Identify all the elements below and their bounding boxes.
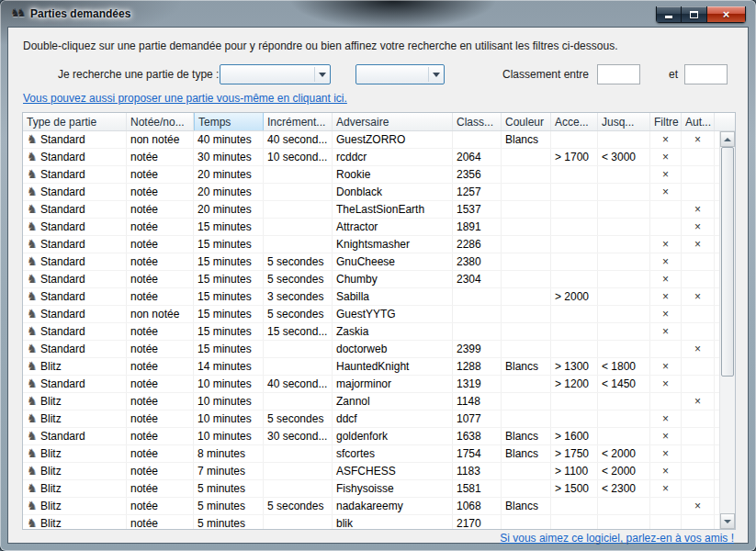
game-row[interactable]: ♞Standardnotée20 minutesTheLastSionEarth… (23, 201, 719, 219)
game-row[interactable]: ♞Standardnotée15 minutes5 secondesGnuChe… (23, 253, 719, 271)
maximize-button[interactable] (682, 6, 707, 23)
game-row[interactable]: ♞Standardnotée15 minutes15 second...Zask… (23, 323, 719, 341)
game-row[interactable]: ♞Standardnon notée15 minutes5 secondesGu… (23, 306, 719, 323)
minimize-button[interactable] (656, 6, 682, 23)
propose-game-link[interactable]: Vous pouvez aussi proposer une partie vo… (23, 92, 347, 105)
titlebar[interactable]: ♞♞ Parties demandées × (0, 0, 756, 27)
cell-rated: notée (127, 463, 194, 479)
game-row[interactable]: ♞Blitznotée10 minutesZannol1148× (23, 393, 719, 410)
game-row[interactable]: ♞Standardnotée20 minutesRookie2356× (23, 166, 719, 184)
scroll-up-button[interactable] (720, 131, 735, 147)
cell-color (502, 288, 551, 305)
game-row[interactable]: ♞Blitznotée14 minutesHauntedKnight1288Bl… (23, 358, 719, 376)
cell-rating: 1537 (453, 201, 502, 218)
cell-filter: × (650, 376, 682, 392)
cell-type: ♞Standard (23, 271, 127, 287)
cell-auto: × (682, 393, 715, 410)
cell-rating: 1288 (453, 358, 502, 375)
game-row[interactable]: ♞Standardnotée20 minutesDonblack1257× (23, 184, 719, 201)
cell-type: ♞Standard (23, 288, 127, 305)
cell-time: 20 minutes (194, 184, 264, 200)
game-type-text: Standard (40, 238, 85, 251)
game-row[interactable]: ♞Standardnotée15 minutesKnightsmasher228… (23, 236, 719, 253)
cell-type: ♞Standard (23, 253, 127, 270)
scroll-down-button[interactable] (720, 513, 735, 529)
game-type-text: Standard (40, 186, 85, 198)
cell-auto: × (682, 236, 715, 253)
cell-acc: > 1600 (551, 428, 598, 444)
game-row[interactable]: ♞Standardnon notée40 minutes40 second...… (23, 131, 719, 149)
cell-type: ♞Standard (23, 131, 127, 148)
column-header-upto[interactable]: Jusq... (598, 113, 650, 130)
game-row[interactable]: ♞Standardnotée10 minutes30 second...gold… (23, 428, 719, 445)
knight-icon: ♞ (27, 308, 40, 320)
cell-acc (551, 131, 598, 148)
knight-icon: ♞ (27, 133, 40, 145)
cell-rated: notée (127, 393, 194, 410)
cell-opp: GnuCheese (333, 253, 453, 270)
cell-auto (682, 463, 715, 479)
game-row[interactable]: ♞Standardnotée15 minutes3 secondesSabill… (23, 288, 719, 306)
column-header-acc[interactable]: Acce... (551, 113, 598, 130)
column-header-rated[interactable]: Notée/no... (127, 113, 194, 130)
cell-time: 15 minutes (194, 219, 264, 235)
vertical-scrollbar[interactable] (719, 131, 735, 529)
cell-rated: notée (127, 166, 194, 183)
column-header-filter[interactable]: Filtre (650, 113, 682, 130)
cell-time: 5 minutes (194, 480, 264, 497)
close-button[interactable]: × (707, 6, 746, 23)
game-subtype-select[interactable] (355, 64, 445, 84)
caption-buttons: × (656, 6, 746, 23)
column-header-opp[interactable]: Adversaire (333, 113, 453, 130)
cell-inc: 5 secondes (264, 498, 333, 514)
cell-time: 5 minutes (194, 515, 264, 529)
cell-upto (598, 201, 650, 218)
column-header-auto[interactable]: Aut... (682, 113, 715, 130)
game-row[interactable]: ♞Standardnotée30 minutes10 second...rcdd… (23, 149, 719, 166)
scrollbar-thumb[interactable] (721, 147, 734, 377)
column-header-type[interactable]: Type de partie (23, 113, 127, 130)
knight-icon: ♞ (27, 325, 40, 337)
rating-max-input[interactable] (684, 64, 728, 84)
cell-type: ♞Standard (23, 201, 127, 218)
column-header-rating[interactable]: Class... (453, 113, 502, 130)
game-row[interactable]: ♞Blitznotée8 minutessfcortes1754Blancs> … (23, 445, 719, 463)
game-row[interactable]: ♞Blitznotée5 minutesFishysoisse1581> 150… (23, 480, 719, 498)
game-type-text: Blitz (40, 447, 62, 460)
column-header-inc[interactable]: Incrément... (264, 113, 333, 130)
column-header-color[interactable]: Couleur (502, 113, 551, 130)
cell-filter: × (650, 288, 682, 305)
cell-color (502, 166, 551, 183)
cell-type: ♞Blitz (23, 498, 127, 514)
game-type-text: Standard (40, 220, 85, 233)
cell-inc (264, 236, 333, 253)
cell-acc (551, 498, 598, 514)
cell-auto (682, 323, 715, 340)
cell-filter: × (650, 253, 682, 270)
game-row[interactable]: ♞Standardnotée10 minutes40 second...majo… (23, 376, 719, 393)
knight-icon: ♞ (27, 360, 40, 372)
game-row[interactable]: ♞Standardnotée15 minutesAttractor1891× (23, 219, 719, 236)
cell-auto (682, 410, 715, 427)
game-row[interactable]: ♞Blitznotée7 minutesASFCHESS1183> 1100< … (23, 463, 719, 480)
cell-rating: 1754 (453, 445, 502, 462)
cell-inc: 3 secondes (264, 288, 333, 305)
cell-filter: × (650, 236, 682, 253)
close-icon: × (723, 8, 730, 20)
column-header-time[interactable]: Temps (194, 113, 264, 130)
game-row[interactable]: ♞Standardnotée15 minutesdoctorweb2399× (23, 341, 719, 358)
cell-rated: notée (127, 376, 194, 392)
rating-min-input[interactable] (597, 64, 640, 84)
cell-filter (650, 341, 682, 357)
cell-opp: sfcortes (333, 445, 453, 462)
game-row[interactable]: ♞Blitznotée10 minutes5 secondesddcf1077× (23, 410, 719, 428)
game-row[interactable]: ♞Blitznotée5 minutes5 secondesnadakareem… (23, 498, 719, 515)
game-row[interactable]: ♞Blitznotée5 minutesblik2170 (23, 515, 719, 529)
cell-filter (650, 515, 682, 529)
share-link[interactable]: Si vous aimez ce logiciel, parlez-en à v… (500, 532, 734, 545)
game-row[interactable]: ♞Standardnotée15 minutes5 secondesChumby… (23, 271, 719, 288)
game-type-select[interactable] (220, 64, 331, 84)
cell-upto (598, 428, 650, 444)
cell-rating: 1183 (453, 463, 502, 479)
cell-upto (598, 288, 650, 305)
